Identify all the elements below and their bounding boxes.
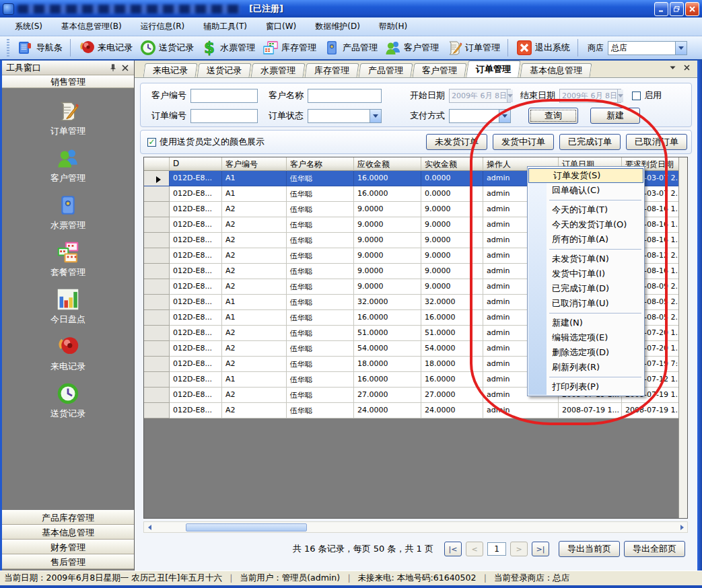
scroll-left-icon[interactable] (144, 522, 155, 532)
sidebar-section-3[interactable]: 财务管理 (2, 540, 134, 554)
toolbar-button-3[interactable]: 送货记录 (136, 38, 197, 58)
next-page-button[interactable]: > (510, 542, 528, 556)
context-menu-item-14[interactable]: 编辑选定项(E) (528, 330, 644, 345)
row-selector[interactable] (144, 357, 170, 372)
tab-3[interactable]: 水票管理 (251, 63, 306, 77)
row-selector[interactable] (144, 217, 170, 233)
chevron-down-icon[interactable] (507, 89, 513, 102)
grid-header-4[interactable]: 应收金额 (354, 157, 421, 171)
first-page-button[interactable]: |< (444, 542, 462, 556)
table-row[interactable]: 012D-E8...A2伍华聪24.000024.0000admin2008-0… (144, 403, 687, 418)
page-number-input[interactable] (487, 542, 506, 556)
toolbar-button-8[interactable]: 订单管理 (442, 38, 503, 58)
enable-checkbox[interactable] (632, 91, 641, 100)
toolbar-button-1[interactable]: 导航条 (13, 38, 66, 58)
sidebar-item-2[interactable]: 客户管理 (17, 146, 118, 184)
close-tab-icon[interactable] (683, 64, 691, 73)
customer-no-input[interactable] (190, 89, 258, 103)
order-status-filter-button-3[interactable]: 已完成订单 (559, 134, 621, 150)
tab-8[interactable]: 基本信息管理 (520, 63, 592, 77)
context-menu-item-9[interactable]: 发货中订单(I) (528, 266, 644, 281)
order-no-input[interactable] (190, 109, 258, 123)
chevron-down-icon[interactable] (675, 42, 687, 54)
order-status-filter-button-1[interactable]: 未发货订单 (426, 134, 487, 150)
context-menu-item-5[interactable]: 今天的发货订单(O) (528, 217, 644, 232)
context-menu-item-18[interactable]: 打印列表(P) (528, 379, 644, 394)
prev-page-button[interactable]: < (466, 542, 483, 556)
context-menu-item-4[interactable]: 今天的订单(T) (528, 203, 644, 217)
grid-header-5[interactable]: 实收金额 (421, 157, 483, 171)
row-selector[interactable] (144, 233, 170, 248)
menu-item-7[interactable]: 帮助(H) (370, 18, 417, 35)
sidebar-section-4[interactable]: 售后管理 (2, 554, 134, 569)
row-selector[interactable] (144, 171, 170, 186)
menu-item-5[interactable]: 窗口(W) (256, 18, 306, 35)
scrollbar-thumb[interactable] (186, 523, 307, 531)
toolbar-button-9[interactable]: 退出系统 (512, 38, 573, 58)
scroll-right-icon[interactable] (676, 522, 687, 532)
row-selector[interactable] (144, 186, 170, 202)
order-status-select[interactable] (308, 109, 382, 123)
context-menu-item-16[interactable]: 刷新列表(R) (528, 360, 644, 375)
color-display-checkbox[interactable]: ✓ (147, 138, 156, 147)
sidebar-item-3[interactable]: 水票管理 (17, 193, 118, 231)
close-icon[interactable] (120, 63, 130, 73)
grid-header-3[interactable]: 客户名称 (287, 157, 354, 171)
end-date-picker[interactable]: 2009年 6月 8日 (559, 89, 621, 103)
sidebar-section-2[interactable]: 基本信息管理 (2, 525, 134, 540)
grid-header-1[interactable]: D (170, 157, 222, 171)
menu-item-6[interactable]: 数据维护(D) (306, 18, 370, 35)
menu-item-2[interactable]: 基本信息管理(B) (52, 18, 131, 35)
chevron-down-icon[interactable] (370, 110, 381, 122)
menu-item-4[interactable]: 辅助工具(T) (194, 18, 256, 35)
restore-button[interactable] (670, 2, 684, 16)
sidebar-item-6[interactable]: 来电记录 (17, 334, 118, 373)
export-current-page-button[interactable]: 导出当前页 (559, 541, 620, 557)
row-selector[interactable] (144, 388, 170, 403)
tab-list-dropdown-icon[interactable] (669, 64, 676, 73)
row-selector[interactable] (144, 248, 170, 264)
tab-5[interactable]: 产品管理 (359, 63, 413, 77)
tab-2[interactable]: 送货记录 (197, 63, 252, 77)
grid-header-selector[interactable] (144, 157, 170, 171)
context-menu-item-13[interactable]: 新建(N) (528, 316, 644, 330)
toolbar-button-2[interactable]: 来电记录 (75, 38, 136, 58)
context-menu-item-10[interactable]: 已完成订单(D) (528, 281, 644, 296)
row-selector[interactable] (144, 202, 170, 217)
menu-item-1[interactable]: 系统(S) (5, 18, 52, 35)
grid-header-2[interactable]: 客户编号 (222, 157, 287, 171)
row-selector[interactable] (144, 279, 170, 295)
row-selector[interactable] (144, 295, 170, 310)
sidebar-item-4[interactable]: 套餐管理 (17, 240, 118, 279)
row-selector[interactable] (144, 264, 170, 279)
customer-name-input[interactable] (308, 89, 382, 103)
horizontal-scrollbar[interactable] (143, 521, 688, 533)
chevron-down-icon[interactable] (499, 110, 510, 122)
sidebar-item-7[interactable]: 送货记录 (17, 381, 118, 420)
order-status-filter-button-4[interactable]: 已取消订单 (626, 134, 687, 150)
row-selector[interactable] (144, 403, 170, 418)
tab-6[interactable]: 客户管理 (413, 63, 467, 77)
pay-method-select[interactable] (449, 109, 511, 123)
order-status-filter-button-2[interactable]: 发货中订单 (493, 134, 554, 150)
vertical-scrollbar[interactable] (678, 157, 687, 518)
row-selector[interactable] (144, 326, 170, 341)
toolbar-button-5[interactable]: 库存管理 (258, 38, 320, 58)
menu-item-3[interactable]: 运行信息(R) (131, 18, 195, 35)
sidebar-item-1[interactable]: 订单管理 (17, 99, 118, 137)
tab-1[interactable]: 来电记录 (143, 63, 198, 77)
chevron-down-icon[interactable] (617, 89, 623, 102)
start-date-picker[interactable]: 2009年 6月 8日 (449, 89, 511, 103)
tab-7[interactable]: 订单管理 (466, 61, 521, 77)
row-selector[interactable] (144, 341, 170, 357)
row-selector[interactable] (144, 310, 170, 326)
query-button[interactable]: 查询 (528, 108, 578, 124)
context-menu-item-15[interactable]: 删除选定项(D) (528, 345, 644, 360)
pin-icon[interactable] (108, 63, 118, 73)
close-button[interactable] (685, 2, 699, 16)
minimize-button[interactable] (654, 2, 668, 16)
toolbar-button-4[interactable]: $水票管理 (197, 38, 258, 58)
toolbar-button-6[interactable]: 产品管理 (320, 38, 381, 58)
last-page-button[interactable]: >| (532, 542, 549, 556)
sidebar-section-sales[interactable]: 销售管理 (2, 75, 134, 88)
